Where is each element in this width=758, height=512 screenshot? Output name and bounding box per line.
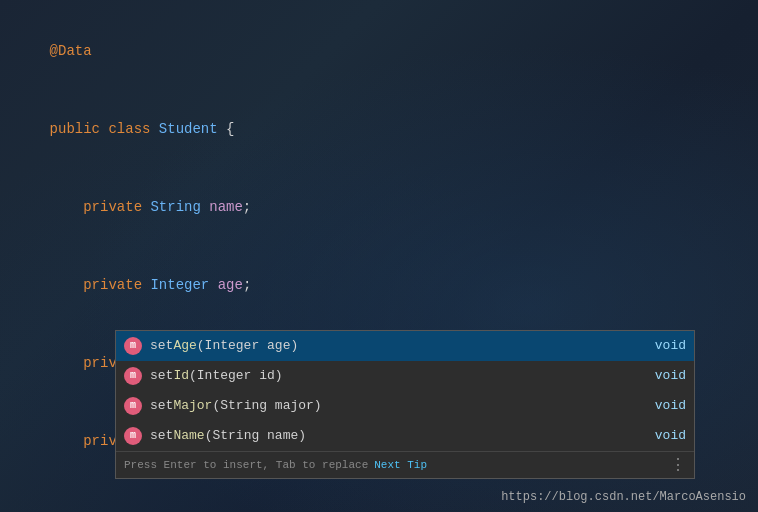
code-line-1: @Data [16,12,742,90]
autocomplete-item-setname[interactable]: m setName(String name) void [116,421,694,451]
ac-method-set-major: setMajor(String major) [150,395,322,417]
ac-method-set-id: setId(Integer id) [150,365,283,387]
ac-hint: Press Enter to insert, Tab to replace [124,459,368,471]
kw-class: class [108,121,158,137]
ac-return-3: void [655,395,686,417]
ac-return-2: void [655,365,686,387]
ac-method-set-age: setAge(Integer age) [150,335,298,357]
field-name: name [209,199,243,215]
ac-method-set-name: setName(String name) [150,425,306,447]
code-line-3: private String name; [16,168,742,246]
autocomplete-footer: Press Enter to insert, Tab to replace Ne… [116,451,694,478]
type-integer-1: Integer [150,277,217,293]
autocomplete-item-setmajor[interactable]: m setMajor(String major) void [116,391,694,421]
method-icon-2: m [124,367,142,385]
method-icon-3: m [124,397,142,415]
method-icon-4: m [124,427,142,445]
kw-private-1: private [83,199,150,215]
autocomplete-dropdown: m setAge(Integer age) void m setId(Integ… [115,330,695,479]
autocomplete-item-setage[interactable]: m setAge(Integer age) void [116,331,694,361]
more-options-button[interactable]: ⋮ [670,455,686,475]
bottom-url: https://blog.csdn.net/MarcoAsensio [501,490,746,504]
annotation-data: @Data [50,43,92,59]
method-icon-1: m [124,337,142,355]
type-string-1: String [150,199,209,215]
code-line-4: private Integer age; [16,246,742,324]
autocomplete-item-setid[interactable]: m setId(Integer id) void [116,361,694,391]
ac-return-4: void [655,425,686,447]
class-name: Student [159,121,226,137]
code-line-8: public static void main(String[] args) { [16,506,742,512]
kw-public: public [50,121,109,137]
ac-return-1: void [655,335,686,357]
field-age: age [218,277,243,293]
code-line-2: public class Student { [16,90,742,168]
kw-private-2: private [83,277,150,293]
next-tip-button[interactable]: Next Tip [374,459,427,471]
